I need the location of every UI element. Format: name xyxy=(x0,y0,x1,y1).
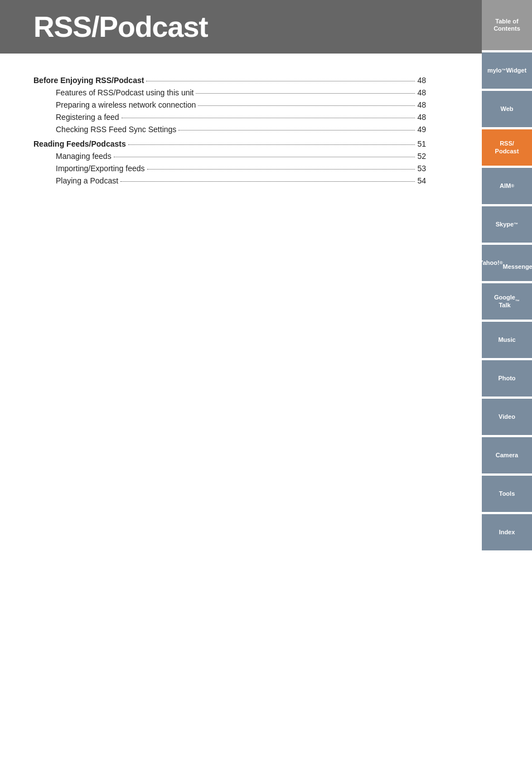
toc-page-ref: 51 xyxy=(417,139,426,148)
toc-label: Checking RSS Feed Sync Settings xyxy=(56,125,176,134)
toc-entry: Playing a Podcast54 xyxy=(33,176,426,185)
toc-dots xyxy=(146,81,415,81)
toc-entry: Features of RSS/Podcast using this unit4… xyxy=(33,88,426,97)
sidebar-item-google-talk[interactable]: GoogleTalk™ xyxy=(482,283,532,320)
toc-label: Features of RSS/Podcast using this unit xyxy=(56,88,194,97)
page-title: RSS/Podcast xyxy=(33,10,471,43)
toc-dots xyxy=(196,93,415,94)
toc-dots xyxy=(147,169,415,170)
sidebar-item-mylo-widget[interactable]: mylo™Widget xyxy=(482,52,532,89)
toc-dots xyxy=(178,130,415,130)
sidebar-item-table-of-contents[interactable]: Table ofContents xyxy=(482,0,532,50)
toc-label: Preparing a wireless network connection xyxy=(56,100,196,109)
toc-page-ref: 54 xyxy=(417,176,426,185)
toc-page-ref: 48 xyxy=(417,76,426,85)
sidebar-item-photo[interactable]: Photo xyxy=(482,360,532,396)
sidebar-item-rss-podcast[interactable]: RSS/Podcast xyxy=(482,129,532,166)
toc-dots xyxy=(198,105,415,106)
toc-label: Before Enjoying RSS/Podcast xyxy=(33,76,144,85)
toc-page-ref: 48 xyxy=(417,113,426,122)
main-content: Before Enjoying RSS/Podcast48Features of… xyxy=(0,54,482,205)
sidebar: Table ofContentsmylo™WidgetWebRSS/Podcas… xyxy=(482,0,532,764)
toc-label: Managing feeds xyxy=(56,152,112,161)
toc-entry: Importing/Exporting feeds53 xyxy=(33,164,426,173)
toc-entry: Preparing a wireless network connection4… xyxy=(33,100,426,109)
toc-page-ref: 52 xyxy=(417,152,426,161)
toc-dots xyxy=(128,144,415,145)
sidebar-item-yahoo-messenger[interactable]: Yahoo!®Messenger xyxy=(482,245,532,281)
sidebar-item-video[interactable]: Video xyxy=(482,399,532,435)
toc-entry: Registering a feed48 xyxy=(33,113,426,122)
toc-dots xyxy=(122,118,415,118)
toc-page-ref: 49 xyxy=(417,125,426,134)
toc-label: Registering a feed xyxy=(56,113,119,122)
toc-label: Playing a Podcast xyxy=(56,176,118,185)
title-area: RSS/Podcast xyxy=(0,0,482,54)
toc-dots xyxy=(120,181,415,182)
sidebar-item-skype[interactable]: Skype™ xyxy=(482,206,532,243)
toc-page-ref: 53 xyxy=(417,164,426,173)
sidebar-item-camera[interactable]: Camera xyxy=(482,437,532,473)
toc-entry: Before Enjoying RSS/Podcast48 xyxy=(33,76,426,85)
toc-page-ref: 48 xyxy=(417,100,426,109)
sidebar-item-index[interactable]: Index xyxy=(482,514,532,550)
toc-entry: Checking RSS Feed Sync Settings49 xyxy=(33,125,426,134)
sidebar-item-aim[interactable]: AIM® xyxy=(482,168,532,204)
sidebar-item-web[interactable]: Web xyxy=(482,91,532,127)
toc-page-ref: 48 xyxy=(417,88,426,97)
toc-entry: Reading Feeds/Podcasts51 xyxy=(33,139,426,148)
toc-entry: Managing feeds52 xyxy=(33,152,426,161)
sidebar-item-music[interactable]: Music xyxy=(482,322,532,358)
sidebar-item-tools[interactable]: Tools xyxy=(482,476,532,512)
toc-dots xyxy=(114,157,415,157)
toc-label: Reading Feeds/Podcasts xyxy=(33,139,126,148)
toc-label: Importing/Exporting feeds xyxy=(56,164,145,173)
